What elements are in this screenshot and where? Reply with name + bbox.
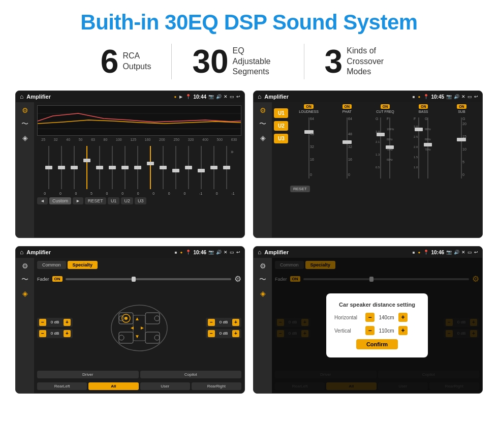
dialog-vertical-minus[interactable]: −: [365, 326, 375, 335]
sidebar-eq-icon-2[interactable]: ⚙: [260, 106, 266, 114]
svg-text:1.3: 1.3: [376, 153, 380, 156]
stat-eq: 30 EQ AdjustableSegments: [172, 45, 303, 78]
vol-plus-4[interactable]: +: [232, 330, 239, 337]
stats-row: 6 RCAOutputs 30 EQ AdjustableSegments 3 …: [15, 44, 483, 79]
eq-reset-btn[interactable]: RESET: [85, 197, 106, 204]
btn-rearright[interactable]: RearRight: [192, 382, 241, 390]
home-icon-2[interactable]: ⌂: [258, 93, 261, 100]
vol-minus-2[interactable]: −: [39, 330, 46, 337]
right-vol-controls: − 0 dB + − 0 dB +: [206, 318, 241, 338]
btn-driver[interactable]: Driver: [37, 371, 139, 378]
tab-specialty[interactable]: Specialty: [68, 261, 98, 269]
eq-custom-btn[interactable]: Custom: [49, 197, 71, 204]
vol-plus-2[interactable]: +: [64, 330, 71, 337]
dialog-confirm-btn[interactable]: Confirm: [356, 339, 398, 349]
stat-text-rca: RCAOutputs: [122, 51, 151, 72]
btn-rearleft[interactable]: RearLeft: [37, 382, 87, 390]
back-icon-4: ↩: [474, 250, 478, 255]
svg-rect-50: [377, 133, 385, 136]
dot-icon-2: ■: [413, 95, 415, 99]
vol-minus-4[interactable]: −: [208, 330, 215, 337]
btn-copilot[interactable]: Copilot: [140, 371, 242, 378]
btn-all[interactable]: All: [88, 382, 138, 390]
eq-u3-btn[interactable]: U3: [135, 197, 147, 204]
channel-sub: ON SUB G 20 15 10 5 0: [443, 104, 480, 181]
svg-text:1.0: 1.0: [414, 166, 418, 169]
svg-text:2.0: 2.0: [414, 145, 418, 148]
sidebar-speaker-icon[interactable]: ◈: [22, 134, 28, 142]
close-icon-1: ✕: [224, 94, 228, 99]
dialog-vertical-plus[interactable]: +: [398, 326, 408, 335]
sidebar-speaker-icon-4[interactable]: ◈: [260, 289, 266, 297]
dialog-horizontal-plus[interactable]: +: [398, 313, 408, 322]
screenshot-dialog: ⌂ Amplifier ■ ● 📍 10:46 📷 🔊 ✕ ▭ ↩ ⚙ 〜: [253, 246, 483, 394]
svg-text:20: 20: [462, 122, 466, 126]
preset-u1[interactable]: U1: [274, 108, 288, 118]
car-diagram: ▲ ▼ ◄ ►: [104, 297, 175, 359]
bass-on: ON: [419, 104, 428, 109]
sidebar-eq-icon[interactable]: ⚙: [22, 106, 28, 114]
btn-user[interactable]: User: [140, 382, 190, 390]
svg-text:▲: ▲: [135, 316, 140, 321]
vol-minus-3[interactable]: −: [208, 319, 215, 326]
play-icon-1: ▶: [179, 95, 182, 99]
crossover-sidebar: ⚙ 〜 ◈: [254, 102, 272, 237]
bottom-btns-2: RearLeft All User RearRight: [37, 382, 241, 390]
svg-text:0: 0: [348, 173, 350, 176]
freq-125: 125: [130, 138, 136, 141]
home-icon-3[interactable]: ⌂: [20, 249, 23, 256]
fader-row: Fader ON ⚙: [37, 274, 241, 284]
home-icon-1[interactable]: ⌂: [20, 93, 23, 100]
sidebar-wave-icon-4[interactable]: 〜: [259, 275, 266, 284]
eq-u2-btn[interactable]: U2: [121, 197, 133, 204]
sidebar-speaker-icon-3[interactable]: ◈: [22, 289, 28, 297]
freq-63: 63: [91, 138, 95, 141]
sidebar-eq-icon-4[interactable]: ⚙: [260, 262, 266, 270]
svg-rect-31: [210, 166, 217, 169]
dialog-horizontal-minus[interactable]: −: [365, 313, 375, 322]
sidebar-speaker-icon-2[interactable]: ◈: [260, 134, 266, 142]
status-title-2: Amplifier: [264, 94, 409, 100]
fader-slider[interactable]: [66, 278, 231, 280]
tab-common[interactable]: Common: [37, 261, 66, 269]
back-icon-1: ↩: [236, 94, 240, 99]
status-title-1: Amplifier: [26, 94, 171, 100]
dialog-overlay: Car speaker distance setting Horizontal …: [272, 258, 482, 393]
home-icon-4[interactable]: ⌂: [258, 249, 261, 256]
screenshot-eq: ⌂ Amplifier ● ▶ 📍 10:44 📷 🔊 ✕ ▭ ↩ ⚙ 〜: [15, 91, 245, 238]
speaker-screen-body: ⚙ 〜 ◈ Common Specialty Fader ON: [16, 258, 244, 393]
crossover-main: U1 U2 U3 ON LOUDNESS: [272, 102, 482, 237]
svg-text:G: G: [425, 117, 427, 121]
svg-text:16: 16: [310, 158, 314, 161]
sidebar-eq-icon-3[interactable]: ⚙: [22, 262, 28, 270]
screenshot-crossover: ⌂ Amplifier ■ ● 📍 10:45 📷 🔊 ✕ ▭ ↩ ⚙ 〜: [253, 91, 483, 238]
dialog-horizontal-row: Horizontal − 140cm +: [334, 313, 420, 322]
sidebar-wave-icon-2[interactable]: 〜: [259, 120, 266, 129]
svg-text:90Hz: 90Hz: [425, 128, 431, 131]
crossover-reset-btn[interactable]: RESET: [290, 186, 310, 192]
freq-320: 320: [188, 138, 194, 141]
minimize-icon-3: ▭: [230, 250, 234, 255]
eq-screen-body: ⚙ 〜 ◈: [16, 102, 244, 237]
eq-u1-btn[interactable]: U1: [108, 197, 120, 204]
vol-plus-3[interactable]: +: [232, 319, 239, 326]
vol-plus-1[interactable]: +: [64, 319, 71, 326]
vol-minus-1[interactable]: −: [39, 319, 46, 326]
vol-control-4: − 0 dB +: [206, 329, 241, 338]
sidebar-wave-icon-3[interactable]: 〜: [21, 275, 28, 284]
settings-icon[interactable]: ⚙: [234, 274, 241, 284]
status-time-1: 10:44: [193, 94, 206, 100]
volume-icon-4: 🔊: [454, 250, 459, 255]
speaker-tabs: Common Specialty: [37, 261, 241, 269]
preset-u2[interactable]: U2: [274, 121, 288, 131]
svg-rect-21: [147, 162, 154, 165]
svg-rect-78: [457, 138, 466, 141]
eq-prev-btn[interactable]: ◄: [37, 197, 48, 204]
fader-thumb: [132, 277, 136, 282]
svg-rect-33: [223, 166, 230, 169]
preset-u3[interactable]: U3: [274, 134, 288, 143]
sidebar-wave-icon[interactable]: 〜: [21, 120, 28, 129]
eq-next-btn[interactable]: ►: [73, 197, 83, 204]
screenshot-speaker: ⌂ Amplifier ■ ● 📍 10:46 📷 🔊 ✕ ▭ ↩ ⚙ 〜: [15, 246, 245, 394]
svg-text:◄: ◄: [130, 325, 135, 331]
